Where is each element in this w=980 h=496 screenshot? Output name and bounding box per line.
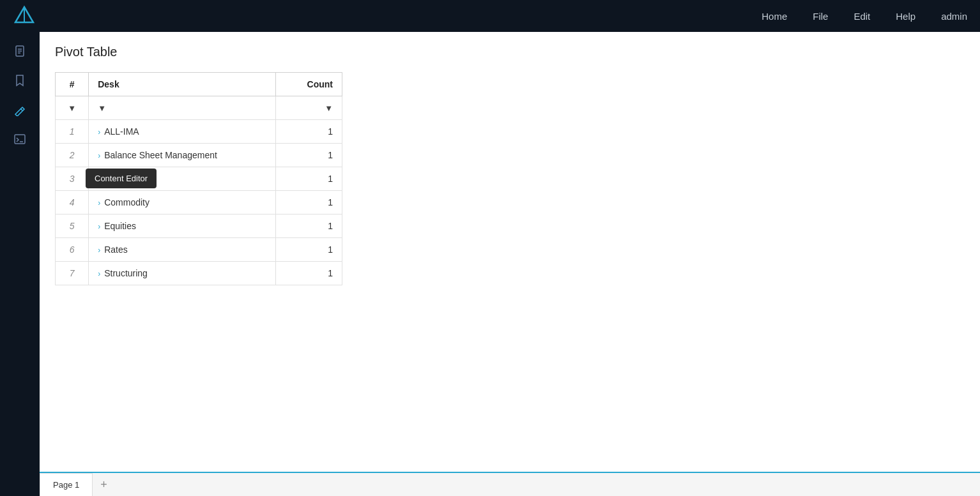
table-row: 4 ›Commodity 1 xyxy=(56,191,342,214)
filter-count[interactable]: ▼ xyxy=(275,96,342,120)
table-row: 5 ›Equities 1 xyxy=(56,214,342,238)
row-count: 1 xyxy=(275,191,342,214)
terminal-icon[interactable] xyxy=(7,126,33,152)
page-title: Pivot Table xyxy=(55,45,965,59)
row-num: 2 xyxy=(56,144,89,167)
row-num: 3 xyxy=(56,167,89,191)
pivot-table: # Desk Count ▼ ▼ ▼ xyxy=(55,72,342,285)
page-content: Content Editor Pivot Table # Desk Count … xyxy=(40,32,980,472)
svg-rect-8 xyxy=(15,135,25,144)
nav-menu: Home File Edit Help admin xyxy=(762,11,967,22)
row-desk: ›Rates xyxy=(89,238,275,262)
row-desk: ›Structuring xyxy=(89,262,275,285)
row-count: 1 xyxy=(275,120,342,144)
row-num: 7 xyxy=(56,262,89,285)
table-row: 1 ›ALL-IMA 1 xyxy=(56,120,342,144)
nav-admin[interactable]: admin xyxy=(941,11,967,22)
tab-bar: Page 1 + xyxy=(40,472,980,496)
row-desk: ›ALL-IMA xyxy=(89,120,275,144)
filter-num[interactable]: ▼ xyxy=(56,96,89,120)
row-count: 1 xyxy=(275,214,342,238)
row-count: 1 xyxy=(275,167,342,191)
table-row: 2 ›Balance Sheet Management 1 xyxy=(56,144,342,167)
col-header-count: Count xyxy=(275,73,342,96)
row-count: 1 xyxy=(275,262,342,285)
tab-page1[interactable]: Page 1 xyxy=(40,473,93,496)
col-header-desk: Desk xyxy=(89,73,275,96)
col-header-num: # xyxy=(56,73,89,96)
table-row: 3 ›Bonds 1 xyxy=(56,167,342,191)
filter-desk[interactable]: ▼ xyxy=(89,96,275,120)
row-expand-icon[interactable]: › xyxy=(98,246,100,255)
app-logo[interactable] xyxy=(13,4,36,27)
nav-file[interactable]: File xyxy=(813,11,828,22)
row-count: 1 xyxy=(275,238,342,262)
row-num: 5 xyxy=(56,214,89,238)
table-row: 7 ›Structuring 1 xyxy=(56,262,342,285)
row-expand-icon[interactable]: › xyxy=(98,199,100,207)
row-expand-icon[interactable]: › xyxy=(98,151,100,160)
row-num: 1 xyxy=(56,120,89,144)
row-num: 4 xyxy=(56,191,89,214)
bookmark-icon[interactable] xyxy=(7,68,33,93)
sidebar xyxy=(0,32,40,496)
row-desk: ›Commodity xyxy=(89,191,275,214)
top-nav: Home File Edit Help admin xyxy=(0,0,980,32)
table-row: 6 ›Rates 1 xyxy=(56,238,342,262)
edit-icon[interactable] xyxy=(7,97,33,123)
filter-desk-dropdown[interactable]: ▼ xyxy=(98,103,106,113)
svg-line-7 xyxy=(20,109,22,110)
filter-num-dropdown[interactable]: ▼ xyxy=(68,103,76,113)
row-desk: ›Equities xyxy=(89,214,275,238)
nav-help[interactable]: Help xyxy=(896,11,915,22)
row-desk: ›Balance Sheet Management xyxy=(89,144,275,167)
row-count: 1 xyxy=(275,144,342,167)
document-icon[interactable] xyxy=(7,38,33,64)
content-area: Content Editor Pivot Table # Desk Count … xyxy=(40,32,980,496)
row-expand-icon[interactable]: › xyxy=(98,222,100,231)
row-num: 6 xyxy=(56,238,89,262)
main-area: Content Editor Pivot Table # Desk Count … xyxy=(0,32,980,496)
nav-home[interactable]: Home xyxy=(762,11,787,22)
nav-edit[interactable]: Edit xyxy=(854,11,870,22)
row-desk: ›Bonds xyxy=(89,167,275,191)
add-tab-button[interactable]: + xyxy=(93,476,115,494)
filter-count-dropdown[interactable]: ▼ xyxy=(325,103,333,113)
row-expand-icon[interactable]: › xyxy=(98,269,100,278)
row-expand-icon[interactable]: › xyxy=(98,128,100,137)
row-expand-icon[interactable]: › xyxy=(98,175,100,184)
